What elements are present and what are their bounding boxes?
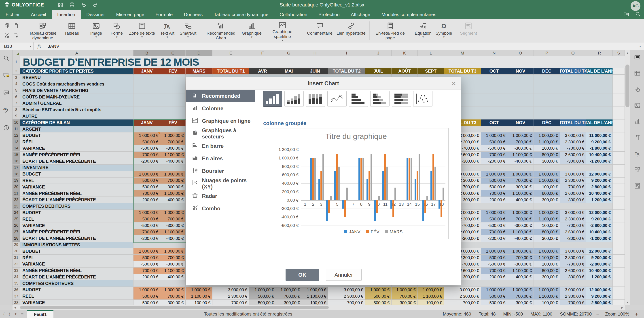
cell-R30[interactable]: 12 000,00 € [586, 248, 613, 255]
add-sheet-button[interactable]: + [14, 312, 17, 317]
row-header-20[interactable]: 20 [12, 184, 20, 190]
cell-C6[interactable] [160, 94, 186, 100]
cell-A12[interactable]: BUDGET [20, 133, 134, 139]
cell-S29[interactable] [613, 242, 625, 248]
cut-button[interactable] [2, 31, 11, 41]
cell-S34[interactable] [613, 274, 625, 281]
cell-R2[interactable]: TOTAL DE L’ANNÉE [586, 68, 613, 75]
cell-N28[interactable]: -200,00 € [481, 235, 507, 242]
cell-Q31[interactable]: 2 300,00 € [560, 255, 586, 261]
menu-tab-formule[interactable]: Formule [150, 10, 178, 19]
cell-S6[interactable] [613, 94, 625, 100]
cell-P6[interactable] [534, 94, 560, 100]
cell-A8[interactable]: Bénéfice EBIT avant intérêts et impôts [20, 107, 134, 113]
chart-type-en-aires[interactable]: En aires [186, 152, 255, 165]
cell-S10[interactable] [613, 120, 625, 126]
cell-B18[interactable]: 1 000,00 € [134, 171, 160, 177]
cell-P16[interactable]: 300,00 € [534, 158, 560, 164]
cell-N37[interactable]: 500,00 € [481, 293, 507, 300]
subtype-stacked-bar-100[interactable] [392, 91, 411, 107]
subtype-clustered-column[interactable] [263, 91, 282, 107]
cell-O19[interactable]: 700,00 € [507, 177, 534, 184]
cell-R36[interactable]: 12 000,00 € [586, 287, 613, 293]
cell-O9[interactable] [507, 113, 534, 120]
cell-O28[interactable]: -400,00 € [507, 235, 534, 242]
cell-N3[interactable] [481, 75, 507, 81]
graphique-sparkline-button[interactable]: Graphique sparkline▾ [264, 19, 301, 42]
cell-N23[interactable] [481, 203, 507, 210]
cell-C4[interactable] [160, 81, 186, 88]
prev-sheet-icon[interactable]: ⟨ [3, 312, 5, 317]
scroll-left-icon[interactable]: ◀ [12, 305, 18, 310]
cell-I36[interactable]: 3 000,00 € [328, 287, 365, 293]
cell-C30[interactable]: 1 000,00 € [160, 248, 186, 255]
cell-P24[interactable]: 1 000,00 € [534, 210, 560, 216]
column-header-O[interactable]: O [507, 50, 534, 56]
cell-O8[interactable] [507, 107, 534, 113]
cell-B35[interactable] [134, 280, 160, 287]
cell-B23[interactable] [134, 203, 160, 210]
chart-type-colonne[interactable]: Colonne [186, 102, 255, 115]
row-header-21[interactable]: 21 [12, 190, 20, 197]
cell-P31[interactable]: 1 100,00 € [534, 255, 560, 261]
select-all-corner[interactable] [12, 50, 20, 56]
cell-O37[interactable]: 700,00 € [507, 293, 534, 300]
cell-Q28[interactable]: -300,00 € [560, 235, 586, 242]
next-sheet-icon[interactable]: ⟩ [9, 312, 10, 317]
lien-hypertexte-button[interactable]: Lien hypertexte [334, 19, 368, 42]
cell-Q21[interactable]: 2 600,00 € [560, 190, 586, 197]
cell-F36[interactable]: 1 000,00 € [249, 287, 276, 293]
row-header-30[interactable]: 30 [12, 248, 20, 255]
cell-Q33[interactable]: 2 600,00 € [560, 268, 586, 274]
cell-B19[interactable]: 500,00 € [134, 177, 160, 184]
row-header-27[interactable]: 27 [12, 229, 20, 235]
row-header-26[interactable]: 26 [12, 222, 20, 229]
cell-P33[interactable]: 800,00 € [534, 268, 560, 274]
cell-A24[interactable]: BUDGET [20, 210, 134, 216]
cell-S25[interactable] [613, 216, 625, 222]
cell-N14[interactable]: -500,00 € [481, 145, 507, 152]
cell-R12[interactable]: 11 000,00 € [586, 133, 613, 139]
cell-Q7[interactable] [560, 100, 586, 107]
cell-Q36[interactable]: 3 000,00 € [560, 287, 586, 293]
menu-tab-fichier[interactable]: Fichier [0, 10, 25, 19]
cell-B4[interactable] [134, 81, 160, 88]
cell-O34[interactable]: -400,00 € [507, 274, 534, 281]
cell-N7[interactable] [481, 100, 507, 107]
cell-E38[interactable]: -700,00 € [212, 300, 249, 305]
cell-S27[interactable] [613, 229, 625, 235]
cell-S33[interactable] [613, 268, 625, 274]
cell-P22[interactable]: 300,00 € [534, 197, 560, 203]
formula-bar-expand-icon[interactable]: ▾ [639, 45, 644, 48]
cell-O27[interactable]: 1 100,00 € [507, 229, 534, 235]
cell-A11[interactable]: ARGENT [20, 126, 134, 133]
cell-N29[interactable] [481, 242, 507, 248]
column-header-J[interactable]: J [365, 50, 392, 56]
cell-B14[interactable]: -500,00 € [134, 145, 160, 152]
cell-S13[interactable] [613, 139, 625, 145]
cell-K37[interactable]: 700,00 € [392, 293, 418, 300]
cell-Q16[interactable]: -300,00 € [560, 158, 586, 164]
cell-P21[interactable]: 800,00 € [534, 190, 560, 197]
cell-B31[interactable]: 500,00 € [134, 255, 160, 261]
cell-Q30[interactable]: 3 000,00 € [560, 248, 586, 255]
menu-tab-mise-en-page[interactable]: Mise en page [110, 10, 150, 19]
cell-B28[interactable]: -200,00 € [134, 235, 160, 242]
cell-A20[interactable]: VARIANCE [20, 184, 134, 190]
cell-Q25[interactable]: 2 300,00 € [560, 216, 586, 222]
chart-type-graphiques-a-secteurs[interactable]: Graphiques à secteurs [186, 127, 255, 140]
cell-A5[interactable]: FRAIS DE VENTE / MARKETING [20, 87, 134, 94]
cell-H2[interactable]: JUIN [302, 68, 328, 75]
cell-Q10[interactable]: TOTAL DU T4 [560, 120, 586, 126]
cell-B5[interactable] [134, 87, 160, 94]
row-header-35[interactable]: 35 [12, 280, 20, 287]
cell-S8[interactable] [613, 107, 625, 113]
subtype-stacked-column[interactable] [284, 91, 304, 107]
row-header-25[interactable]: 25 [12, 216, 20, 222]
zoom-in-button[interactable]: + [635, 311, 638, 317]
cell-H38[interactable]: 100,00 € [302, 300, 328, 305]
cell-P14[interactable]: 100,00 € [534, 145, 560, 152]
row-header-13[interactable]: 13 [12, 139, 20, 145]
cell-C15[interactable]: 1 100,00 € [160, 152, 186, 158]
cell-Q27[interactable]: 2 600,00 € [560, 229, 586, 235]
